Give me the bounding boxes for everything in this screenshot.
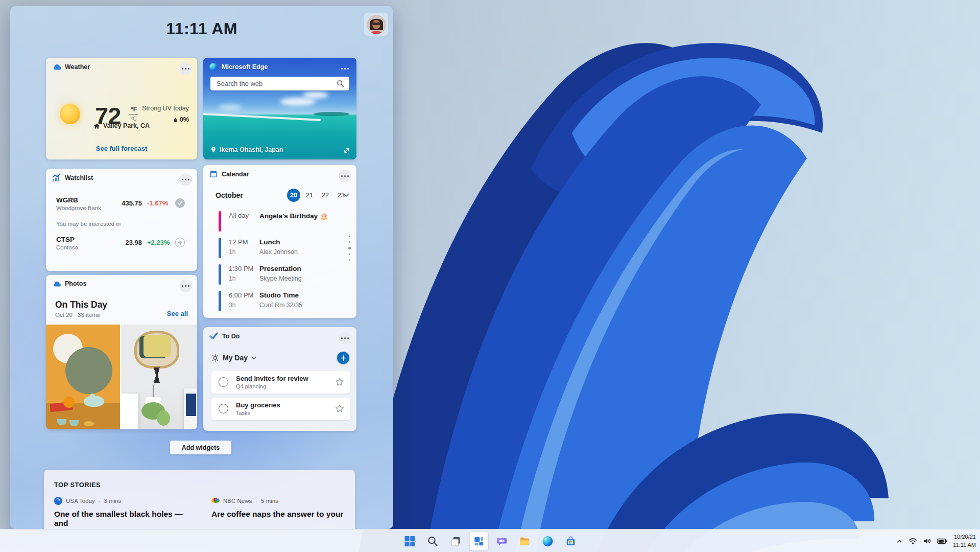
windows-logo-icon [404, 536, 415, 547]
task-list-name: Q4 planning [236, 383, 266, 389]
event-subtitle: Alex Johnson [259, 248, 298, 256]
watched-check-icon[interactable] [175, 198, 185, 208]
chat-button[interactable] [492, 532, 511, 550]
fahrenheit-label[interactable]: °F [129, 106, 138, 113]
precipitation-value: 0% [180, 116, 189, 123]
news-headline[interactable]: Are coffee naps the answer to your [211, 510, 354, 519]
task-view-icon [450, 536, 461, 547]
task-row[interactable]: Send invites for review Q4 planning [211, 371, 350, 394]
search-input[interactable] [210, 80, 337, 87]
task-title: Send invites for review [236, 375, 308, 382]
weather-widget[interactable]: Weather Valley Park, CA 72 °F °C Strong … [46, 58, 197, 159]
photos-widget[interactable]: Photos On This Day Oct 20 · 33 items See… [46, 275, 197, 429]
edge-more-options-icon[interactable] [339, 62, 351, 75]
my-day-sun-icon [211, 354, 219, 362]
see-full-forecast-link[interactable]: See full forecast [46, 145, 197, 152]
photo-thumbnail[interactable] [121, 325, 197, 429]
todo-more-options-icon[interactable] [339, 332, 351, 344]
event-time: 6:00 PM [229, 291, 253, 299]
widgets-button[interactable] [469, 532, 488, 550]
calendar-event[interactable]: 1:30 PM 1h Presentation Skype Meeting [203, 263, 356, 286]
edge-logo-icon [542, 536, 553, 547]
event-color-bar [219, 264, 221, 285]
calendar-event[interactable]: 12 PM 1h Lunch Alex Johnson [203, 237, 356, 259]
microsoft-store-button[interactable] [561, 532, 580, 550]
tray-clock[interactable]: 10/20/21 11:11 AM [953, 533, 976, 549]
date-pill[interactable]: 22 [319, 189, 332, 202]
photo-thumbnail[interactable] [46, 325, 120, 429]
stock-price: 435.75 [111, 199, 142, 207]
separator: · [99, 498, 101, 504]
news-story[interactable]: NBC News · 5 mins Are coffee naps the an… [211, 496, 354, 519]
sun-icon [60, 104, 80, 124]
event-time: 1:30 PM [229, 265, 253, 272]
add-task-button[interactable] [337, 352, 349, 364]
see-all-link[interactable]: See all [167, 310, 188, 317]
tray-chevron-up-icon[interactable] [896, 538, 903, 545]
nbc-news-logo-icon [211, 497, 220, 505]
task-list-name: Tasks [236, 410, 250, 416]
event-title: Angela's Birthday 🎂 [259, 212, 328, 220]
news-age: 3 mins [104, 498, 122, 504]
user-avatar[interactable] [364, 13, 388, 36]
chevron-down-icon [251, 356, 256, 360]
news-headline[interactable]: One of the smallest black holes — and [54, 510, 197, 528]
todo-title: To Do [222, 333, 240, 340]
task-view-button[interactable] [446, 532, 465, 550]
wifi-icon[interactable] [909, 537, 917, 545]
volume-icon[interactable] [923, 537, 931, 545]
add-widgets-button[interactable]: Add widgets [170, 441, 231, 454]
date-pill[interactable]: 21 [303, 189, 316, 202]
watchlist-more-options-icon[interactable] [179, 173, 192, 186]
add-to-watchlist-icon[interactable] [175, 238, 185, 247]
event-title: Presentation [259, 265, 301, 272]
weather-more-options-icon[interactable] [179, 62, 192, 75]
birthday-cake-emoji: 🎂 [320, 212, 328, 220]
start-button[interactable] [400, 532, 419, 550]
location-pin-icon [210, 146, 217, 153]
watchlist-widget[interactable]: Watchlist WGRB Woodgrove Bank 435.75 -1.… [46, 169, 197, 271]
search-icon [427, 536, 438, 547]
task-checkbox[interactable] [219, 404, 228, 413]
scroll-dots[interactable] [348, 236, 351, 261]
calendar-more-options-icon[interactable] [339, 170, 351, 182]
edge-logo-icon [209, 63, 218, 71]
battery-icon[interactable] [937, 538, 947, 544]
stock-symbol: CTSP [56, 236, 75, 243]
taskbar: 10/20/21 11:11 AM [0, 529, 980, 552]
stock-symbol: WGRB [56, 196, 78, 204]
event-duration: 1h [229, 275, 235, 282]
edge-search-box[interactable] [210, 77, 349, 90]
date-pill-selected[interactable]: 20 [287, 189, 300, 202]
task-checkbox[interactable] [219, 377, 228, 387]
edge-browser-button[interactable] [538, 532, 557, 550]
edge-widget[interactable]: Microsoft Edge Ikema Ohashi, Japan [203, 58, 356, 159]
expand-icon[interactable] [343, 147, 350, 154]
search-button[interactable] [423, 532, 442, 550]
news-story[interactable]: USA Today · 3 mins One of the smallest b… [54, 496, 197, 528]
star-icon[interactable] [335, 377, 344, 386]
unit-toggle[interactable]: °F °C [129, 106, 138, 122]
event-title: Lunch [259, 238, 280, 246]
my-day-selector[interactable]: My Day [211, 354, 256, 362]
edge-title: Microsoft Edge [222, 63, 268, 71]
search-icon[interactable] [337, 80, 344, 87]
star-icon[interactable] [335, 404, 344, 413]
file-explorer-button[interactable] [515, 532, 534, 550]
stock-price: 23.98 [111, 239, 142, 246]
todo-widget[interactable]: To Do My Day [203, 327, 356, 431]
event-time: All day [229, 212, 249, 219]
on-this-day-heading: On This Day [55, 300, 107, 310]
edge-photo-location: Ikema Ohashi, Japan [220, 146, 283, 153]
chevron-down-icon[interactable] [343, 193, 349, 197]
avatar-image [367, 15, 386, 34]
watchlist-chart-icon [52, 174, 61, 182]
task-row[interactable]: Buy groceries Tasks [211, 398, 350, 420]
photos-more-options-icon[interactable] [179, 280, 192, 292]
watchlist-title: Watchlist [65, 174, 93, 181]
calendar-event[interactable]: All day Angela's Birthday 🎂 [203, 210, 356, 233]
calendar-widget[interactable]: Calendar October 20 21 22 23 All day [203, 165, 356, 318]
calendar-event[interactable]: 6:00 PM 3h Studio Time Conf Rm 32/35 [203, 290, 356, 312]
celsius-label[interactable]: °C [129, 116, 138, 122]
news-source: USA Today [66, 498, 95, 504]
